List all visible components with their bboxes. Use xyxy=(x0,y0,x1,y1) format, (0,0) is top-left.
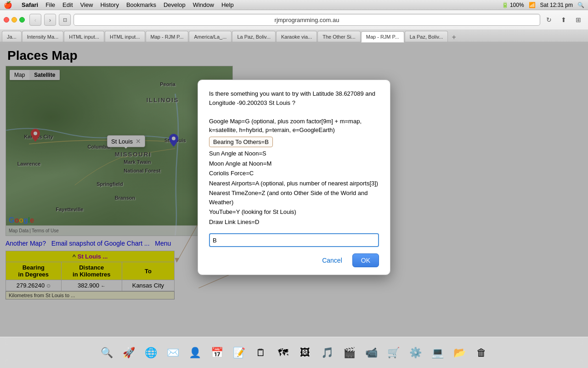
modal-option-youtube: YouTube=Y (looking for St Louis) xyxy=(209,207,379,217)
menu-bookmarks[interactable]: Bookmarks xyxy=(126,1,156,8)
dock-mail[interactable]: ✉️ xyxy=(162,342,183,363)
dock-safari[interactable]: 🌐 xyxy=(140,342,161,363)
reload-button[interactable]: ↻ xyxy=(543,14,555,26)
dock-calendar[interactable]: 📅 xyxy=(206,342,227,363)
menu-file[interactable]: File xyxy=(45,1,55,8)
share-button[interactable]: ⬆ xyxy=(558,14,570,26)
tab-6[interactable]: La Paz, Boliv... xyxy=(232,31,276,42)
tab-2[interactable]: HTML input... xyxy=(64,31,104,42)
menu-window[interactable]: Window xyxy=(193,1,214,8)
dock-launchpad[interactable]: 🚀 xyxy=(118,342,139,363)
modal-dialog: Is there something you want to try with … xyxy=(198,80,390,275)
modal-option-draw: Draw Link Lines=D xyxy=(209,217,379,227)
dock-prefs[interactable]: ⚙️ xyxy=(405,342,426,363)
page-content: Places Map Peoria ILLINO xyxy=(0,43,588,337)
dock-trash[interactable]: 🗑 xyxy=(471,342,492,363)
menubar-search[interactable]: 🔍 xyxy=(577,2,584,8)
apple-menu[interactable]: 🍎 xyxy=(4,1,12,9)
maximize-button[interactable] xyxy=(19,17,25,23)
back-button[interactable]: ‹ xyxy=(29,14,41,26)
modal-input-prefix: B xyxy=(209,233,220,247)
modal-option-bearing[interactable]: Bearing To Others=B xyxy=(209,137,273,148)
tab-8[interactable]: The Other Si... xyxy=(317,31,361,42)
dock-filezilla[interactable]: 📂 xyxy=(449,342,470,363)
menu-view[interactable]: View xyxy=(80,1,93,8)
dock: 🔍 🚀 🌐 ✉️ 👤 📅 📝 🗒 🗺 🖼 🎵 🎬 📹 🛒 ⚙️ 💻 📂 🗑 xyxy=(0,337,588,368)
modal-body: Is there something you want to try with … xyxy=(209,89,379,227)
reader-button[interactable]: ⊡ xyxy=(59,14,71,26)
modal-input-row: B xyxy=(209,233,379,247)
tab-1[interactable]: Intensity Ma... xyxy=(22,31,63,42)
tab-3[interactable]: HTML input... xyxy=(105,31,145,42)
traffic-lights[interactable] xyxy=(4,17,25,23)
minimize-button[interactable] xyxy=(11,17,17,23)
tab-9[interactable]: Map - RJM P... xyxy=(361,31,404,42)
menubar-wifi: 📶 xyxy=(529,2,536,8)
dock-imovie[interactable]: 🎬 xyxy=(339,342,360,363)
modal-option-sun: Sun Angle at Noon=S xyxy=(209,149,379,159)
menu-safari[interactable]: Safari xyxy=(22,1,38,8)
url-bar[interactable]: rjmprogramming.com.au xyxy=(74,14,540,26)
cancel-button[interactable]: Cancel xyxy=(317,253,348,267)
dock-finder[interactable]: 🔍 xyxy=(96,342,117,363)
dock-facetime[interactable]: 📹 xyxy=(361,342,382,363)
dock-appstore[interactable]: 🛒 xyxy=(383,342,404,363)
modal-option-moon: Moon Angle at Noon=M xyxy=(209,159,379,169)
ok-button[interactable]: OK xyxy=(352,253,379,267)
url-text: rjmprogramming.com.au xyxy=(275,17,339,23)
dock-itunes[interactable]: 🎵 xyxy=(317,342,338,363)
menu-develop[interactable]: Develop xyxy=(164,1,186,8)
modal-option-timezone: Nearest TimeZone=Z (and onto Other Side … xyxy=(209,188,379,207)
dock-contacts[interactable]: 👤 xyxy=(184,342,205,363)
tab-7[interactable]: Karaoke via... xyxy=(276,31,317,42)
modal-intro: Is there something you want to try with … xyxy=(209,89,379,107)
modal-option-0: Google Map=G (optional, plus zoom factor… xyxy=(209,116,379,135)
menubar-time: Sat 12:31 pm xyxy=(540,2,573,8)
new-tab-plus[interactable]: + xyxy=(449,33,458,42)
dock-notes[interactable]: 🗒 xyxy=(250,342,271,363)
dock-maps[interactable]: 🗺 xyxy=(272,342,294,363)
browser-toolbar: ‹ › ⊡ rjmprogramming.com.au ↻ ⬆ ⊞ xyxy=(0,10,588,29)
forward-button[interactable]: › xyxy=(44,14,56,26)
tab-10[interactable]: La Paz, Boliv... xyxy=(405,31,448,42)
menu-history[interactable]: History xyxy=(100,1,119,8)
dock-reminders[interactable]: 📝 xyxy=(228,342,249,363)
menu-edit[interactable]: Edit xyxy=(62,1,73,8)
tab-0[interactable]: Ja... xyxy=(2,31,22,42)
modal-footer: Cancel OK xyxy=(209,253,379,267)
modal-option-coriolis: Coriolis Force=C xyxy=(209,168,379,178)
menubar: 🍎 Safari File Edit View History Bookmark… xyxy=(0,0,588,10)
menu-help[interactable]: Help xyxy=(221,1,234,8)
modal-overlay: Is there something you want to try with … xyxy=(0,43,588,337)
tab-bar: Ja... Intensity Ma... HTML input... HTML… xyxy=(0,29,588,42)
new-tab-button[interactable]: ⊞ xyxy=(572,14,584,26)
menubar-battery: 🔋 100% xyxy=(502,2,524,8)
tab-5[interactable]: America/La_... xyxy=(189,31,232,42)
dock-photos[interactable]: 🖼 xyxy=(294,342,316,363)
modal-option-airports: Nearest Airports=A (optional, plus numbe… xyxy=(209,178,379,189)
dock-terminal[interactable]: 💻 xyxy=(427,342,448,363)
modal-input[interactable] xyxy=(220,233,379,247)
tab-4[interactable]: Map - RJM P... xyxy=(146,31,189,42)
close-button[interactable] xyxy=(4,17,9,23)
